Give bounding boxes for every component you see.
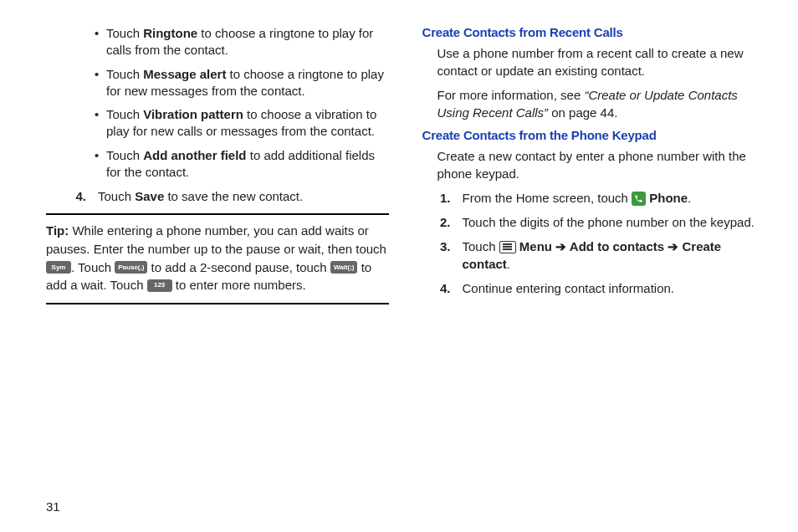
bold: Vibration pattern: [143, 107, 243, 121]
step-number: 4.: [422, 279, 463, 297]
paragraph: Create a new contact by enter a phone nu…: [437, 147, 765, 182]
sym-key-icon: Sym: [46, 261, 71, 274]
section-heading: Create Contacts from Recent Calls: [422, 25, 765, 39]
text: to save the new contact.: [164, 189, 303, 203]
divider: [46, 303, 389, 304]
text: to enter more numbers.: [172, 278, 306, 292]
tip-box: Tip: While entering a phone number, you …: [46, 222, 389, 294]
step-item: 1. From the Home screen, touch Phone.: [422, 189, 765, 207]
pause-key-icon: Pause(,): [115, 261, 147, 274]
step-number: 2.: [422, 213, 463, 231]
step-number: 4.: [69, 187, 98, 205]
step-item: 4. Touch Save to save the new contact.: [69, 187, 389, 205]
text: on page 44.: [548, 105, 617, 120]
text: Touch: [106, 26, 143, 40]
text: Continue entering contact information.: [463, 281, 674, 295]
text: to add a 2-second pause, touch: [147, 260, 330, 274]
wait-key-icon: Wait(;): [330, 261, 358, 274]
divider: [46, 213, 389, 215]
text: Touch the digits of the phone number on …: [463, 215, 755, 229]
bullet-item: Touch Ringtone to choose a ringtone to p…: [96, 25, 389, 59]
text: Touch: [98, 189, 135, 203]
bold: Add another field: [143, 148, 246, 162]
numbers-key-icon: 123: [147, 279, 172, 292]
step-item: 4. Continue entering contact information…: [422, 279, 765, 297]
bold: Ringtone: [143, 26, 197, 40]
text: Touch: [106, 107, 143, 121]
text: .: [688, 191, 691, 205]
bullet-item: Touch Message alert to choose a ringtone…: [96, 66, 389, 100]
text: Touch: [106, 148, 143, 162]
step-number: 3.: [422, 238, 463, 273]
step-item: 3. Touch Menu ➔ Add to contacts ➔ Create…: [422, 238, 765, 273]
paragraph: Use a phone number from a recent call to…: [437, 44, 765, 79]
step-number: 1.: [422, 189, 463, 207]
bold: Phone: [646, 191, 688, 205]
text: Touch: [463, 239, 499, 253]
paragraph: For more information, see “Create or Upd…: [437, 86, 765, 121]
text: .: [507, 257, 510, 271]
bullet-item: Touch Add another field to add additiona…: [96, 147, 389, 182]
bold: Save: [135, 189, 164, 203]
section-heading: Create Contacts from the Phone Keypad: [422, 128, 765, 142]
bold: Message alert: [143, 67, 226, 81]
text: For more information, see: [437, 88, 585, 102]
text: . Touch: [71, 260, 115, 274]
menu-icon: [499, 241, 516, 253]
text: From the Home screen, touch: [463, 191, 632, 205]
page-number: 31: [46, 499, 60, 514]
bullet-list: Touch Ringtone to choose a ringtone to p…: [46, 25, 389, 181]
tip-label: Tip:: [46, 223, 72, 238]
phone-icon: [632, 192, 646, 206]
text: Touch: [106, 67, 143, 81]
step-item: 2. Touch the digits of the phone number …: [422, 213, 765, 231]
bullet-item: Touch Vibration pattern to choose a vibr…: [96, 106, 389, 141]
text: While entering a phone number, you can a…: [46, 223, 386, 256]
